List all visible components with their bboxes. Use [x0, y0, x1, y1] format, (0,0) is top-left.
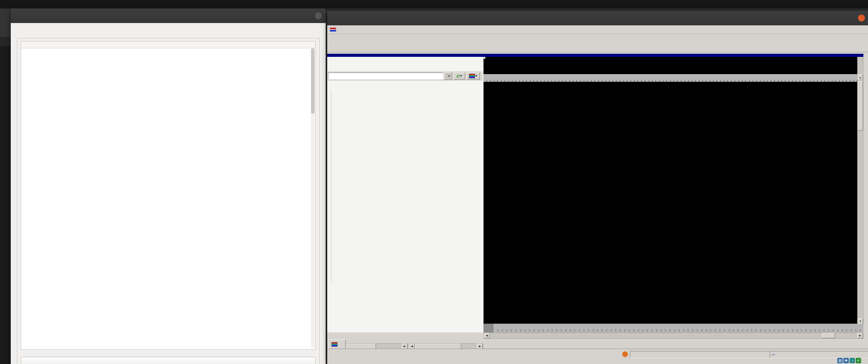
wave-horizontal-scrollbar[interactable]: ◀ ▶ [484, 333, 863, 339]
dve-window: ▼ ⇄▼ ▼ ◀ ▶ ◀ ▶ [327, 11, 868, 364]
variable-table-header [21, 41, 315, 48]
close-button[interactable] [315, 12, 322, 19]
dve-toolbar-1 [327, 34, 868, 43]
filter-dropdown[interactable]: ▼ [444, 72, 452, 80]
signal-tree-panel: ▼ ⇄▼ ▼ ◀ ▶ ◀ ▶ [327, 57, 483, 333]
clock[interactable] [429, 0, 439, 8]
terminal-window-edge[interactable] [0, 8, 11, 364]
console-icon[interactable]: ▤ [837, 358, 843, 363]
activities-button[interactable] [0, 0, 11, 8]
signal-filter-input[interactable] [328, 73, 443, 79]
overview-ruler[interactable] [484, 324, 863, 333]
pydm-variables-pane [17, 38, 320, 364]
status-icons: ▤ ✚ ◔ ✔ [837, 358, 861, 363]
arrow-right-icon: ⇨ [772, 352, 775, 357]
dve-logo-icon [330, 27, 336, 32]
table-scrollbar[interactable] [311, 48, 315, 348]
instance-path-box[interactable]: ⇨ [770, 351, 868, 358]
dve-menubar [327, 25, 868, 34]
signal-view-button[interactable]: ▼ [467, 73, 480, 79]
waveform-canvas[interactable] [484, 57, 857, 324]
dve-toolbar-2 [327, 43, 868, 52]
waveform-traces [484, 57, 857, 324]
alert-icon[interactable] [622, 351, 628, 357]
add-icon[interactable]: ✚ [843, 358, 849, 363]
terminal-title [0, 37, 11, 46]
wave-pane-top-strip [327, 54, 863, 57]
signal-tree-header [327, 81, 483, 89]
minimize-button[interactable] [840, 15, 846, 22]
wave-vertical-scrollbar[interactable]: ▲ ▼ [857, 57, 863, 324]
tree-guide-line [331, 90, 332, 282]
wave-tab-icon [331, 342, 338, 347]
maximize-button[interactable] [849, 15, 856, 22]
terminal-titlebar [0, 8, 11, 37]
maximize-button[interactable] [306, 12, 313, 19]
clock-icon[interactable]: ◔ [850, 358, 855, 363]
read-all-button[interactable] [21, 357, 316, 364]
wave1-tab[interactable] [328, 339, 346, 349]
scope-path-box[interactable] [630, 351, 771, 358]
minimize-button[interactable] [297, 12, 303, 19]
signal-filter-row: ▼ ⇄▼ ▼ [328, 71, 482, 81]
close-button[interactable] [858, 15, 865, 22]
ok-icon[interactable]: ✔ [856, 358, 861, 363]
app-menu-button[interactable] [11, 0, 23, 8]
dve-statusbar: ⇨ ▤ ✚ ◔ ✔ [327, 349, 868, 364]
dve-titlebar[interactable] [327, 11, 868, 25]
system-top-bar [0, 0, 868, 8]
pydm-window [11, 8, 326, 364]
variable-table [21, 41, 316, 350]
desktop: ▼ ⇄▼ ▼ ◀ ▶ ◀ ▶ [0, 0, 868, 364]
compare-signals-button[interactable]: ⇄▼ [454, 73, 465, 79]
pydm-titlebar[interactable] [11, 8, 326, 23]
cursor-c1-handle[interactable] [484, 57, 485, 59]
